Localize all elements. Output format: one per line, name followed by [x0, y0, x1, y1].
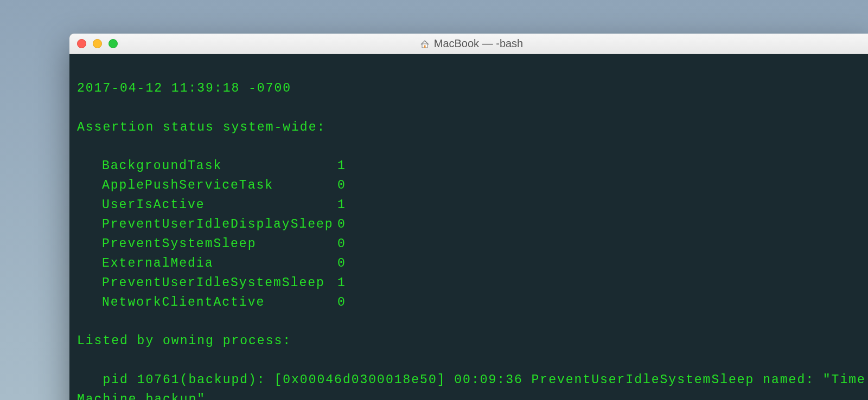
process-line: pid 10761(backupd): [0x00046d0300018e50]… — [77, 371, 866, 400]
terminal-output[interactable]: 2017-04-12 11:39:18 -0700 Assertion stat… — [69, 54, 868, 400]
assertions-header: Assertion status system-wide: — [77, 118, 866, 138]
assertion-row: UserIsActive1 — [77, 196, 866, 215]
processes-list: pid 10761(backupd): [0x00046d0300018e50]… — [77, 371, 866, 400]
assertion-value: 0 — [337, 293, 346, 313]
svg-rect-1 — [424, 45, 425, 48]
assertion-value: 0 — [337, 176, 346, 196]
assertion-value: 0 — [337, 254, 346, 274]
assertion-row: PreventUserIdleSystemSleep1 — [77, 274, 866, 293]
svg-rect-0 — [422, 44, 427, 48]
assertion-value: 1 — [337, 196, 346, 215]
assertion-row: ApplePushServiceTask0 — [77, 176, 866, 196]
assertion-key: PreventUserIdleSystemSleep — [77, 274, 337, 293]
assertion-value: 1 — [337, 274, 346, 293]
zoom-button[interactable] — [108, 39, 118, 48]
terminal-window: MacBook — -bash 2017-04-12 11:39:18 -070… — [69, 34, 868, 400]
window-title: MacBook — -bash — [69, 37, 868, 50]
assertions-list: BackgroundTask1ApplePushServiceTask0User… — [77, 157, 866, 312]
assertion-value: 0 — [337, 235, 346, 254]
assertion-key: BackgroundTask — [77, 157, 337, 176]
assertion-key: PreventSystemSleep — [77, 235, 337, 254]
listed-header: Listed by owning process: — [77, 332, 866, 351]
assertion-value: 0 — [337, 215, 346, 235]
assertion-value: 1 — [337, 157, 346, 176]
window-title-bar[interactable]: MacBook — -bash — [69, 34, 868, 54]
terminal-timestamp: 2017-04-12 11:39:18 -0700 — [77, 79, 866, 99]
assertion-row: PreventSystemSleep0 — [77, 235, 866, 254]
assertion-key: PreventUserIdleDisplaySleep — [77, 215, 337, 235]
minimize-button[interactable] — [93, 39, 102, 48]
assertion-key: NetworkClientActive — [77, 293, 337, 313]
assertion-key: ExternalMedia — [77, 254, 337, 274]
close-button[interactable] — [77, 39, 86, 48]
assertion-key: UserIsActive — [77, 196, 337, 215]
assertion-row: PreventUserIdleDisplaySleep0 — [77, 215, 866, 235]
assertion-row: BackgroundTask1 — [77, 157, 866, 176]
assertion-key: ApplePushServiceTask — [77, 176, 337, 196]
window-controls — [77, 39, 118, 48]
home-icon — [420, 39, 430, 49]
assertion-row: ExternalMedia0 — [77, 254, 866, 274]
window-title-text: MacBook — -bash — [434, 37, 524, 50]
assertion-row: NetworkClientActive0 — [77, 293, 866, 313]
